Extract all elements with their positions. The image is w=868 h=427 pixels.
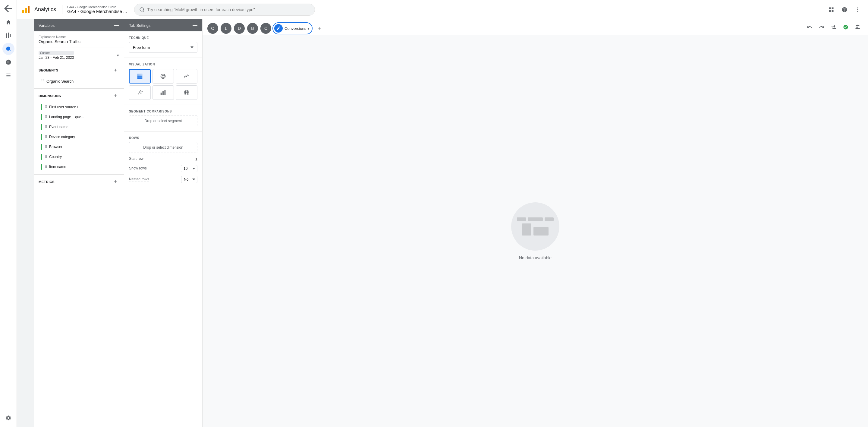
- search-box[interactable]: [134, 4, 315, 16]
- dimension-item[interactable]: ⠿Landing page + que...: [36, 112, 121, 122]
- svg-point-15: [140, 90, 141, 92]
- active-tab[interactable]: Conversions ▾: [273, 22, 313, 34]
- metrics-section: METRICS +: [34, 174, 124, 188]
- drag-handle-icon: ⠿: [44, 155, 47, 159]
- redo-button[interactable]: [816, 22, 827, 33]
- save-status-button[interactable]: [840, 22, 851, 33]
- segment-item[interactable]: ⠿Organic Search: [36, 77, 121, 85]
- rows-label: ROWS: [129, 136, 197, 140]
- no-data-text: No data available: [519, 255, 552, 260]
- svg-rect-1: [22, 10, 24, 13]
- exploration-name-label: Exploration Name:: [38, 35, 119, 39]
- help-icon-button[interactable]: [839, 4, 850, 15]
- dimension-color-bar: [41, 134, 42, 140]
- dimension-color-bar: [41, 114, 42, 120]
- visualization-label: VISUALIZATION: [129, 63, 197, 66]
- drag-handle-icon: ⠿: [44, 125, 47, 129]
- undo-button[interactable]: [804, 22, 815, 33]
- dimension-name-label: Event name: [49, 125, 68, 129]
- nav-settings[interactable]: [2, 412, 14, 424]
- tab-circle-o[interactable]: O: [207, 23, 218, 34]
- start-row-label: Start row: [129, 156, 144, 161]
- dimension-item[interactable]: ⠿Event name: [36, 122, 121, 132]
- app-name-label: Analytics: [34, 6, 56, 13]
- add-tab-button[interactable]: +: [314, 23, 324, 34]
- viz-table-button[interactable]: [129, 69, 151, 84]
- technique-select[interactable]: Free form: [129, 42, 197, 53]
- svg-rect-18: [163, 91, 164, 95]
- segment-drop-zone[interactable]: Drop or select segment: [129, 116, 197, 126]
- tab-circle-d[interactable]: D: [234, 23, 245, 34]
- more-vert-icon-button[interactable]: [852, 4, 863, 15]
- tab-settings-panel: Tab Settings — TECHNIQUE Free form VISUA…: [124, 19, 203, 427]
- nav-more[interactable]: [2, 69, 14, 82]
- svg-rect-2: [25, 8, 27, 13]
- active-tab-label: Conversions: [284, 26, 306, 31]
- more-options-button[interactable]: [852, 22, 863, 33]
- show-rows-select[interactable]: 102550100: [181, 165, 197, 172]
- svg-point-4: [140, 7, 144, 11]
- variables-panel: Variables — Exploration Name: Organic Se…: [34, 19, 124, 427]
- metrics-section-header: METRICS +: [34, 175, 124, 188]
- tab-circle-c[interactable]: C: [260, 23, 271, 34]
- rows-drop-zone[interactable]: Drop or select dimension: [129, 142, 197, 153]
- viz-geo-button[interactable]: [176, 85, 197, 100]
- segments-list: ⠿Organic Search: [34, 76, 124, 86]
- tab-circle-l[interactable]: L: [221, 23, 231, 34]
- technique-label: TECHNIQUE: [129, 36, 197, 39]
- variables-minimize-button[interactable]: —: [114, 23, 119, 28]
- dimensions-section-header: DIMENSIONS +: [34, 88, 124, 102]
- drag-handle-icon: ⠿: [44, 135, 47, 139]
- viz-scatter-button[interactable]: [129, 85, 151, 100]
- nested-rows-select[interactable]: NoYes: [181, 176, 197, 183]
- exploration-name-value[interactable]: Organic Search Traffic: [38, 39, 119, 44]
- viz-donut-button[interactable]: [153, 69, 174, 84]
- property-name-label: GA4 - Google Merchandise Store: [67, 5, 127, 9]
- viz-bar-button[interactable]: [153, 85, 174, 100]
- add-segment-button[interactable]: +: [112, 67, 119, 74]
- add-dimension-button[interactable]: +: [112, 92, 119, 99]
- tabs-bar: OLDBC Conversions ▾ +: [203, 19, 868, 35]
- nav-advertising[interactable]: [2, 56, 14, 68]
- search-input[interactable]: [147, 7, 310, 12]
- drag-handle-icon: ⠿: [44, 145, 47, 149]
- app-title: Analytics: [22, 5, 56, 14]
- add-metric-button[interactable]: +: [112, 178, 119, 185]
- nav-reports[interactable]: [2, 30, 14, 41]
- grid-icon-button[interactable]: [826, 4, 837, 15]
- back-button[interactable]: [2, 2, 14, 14]
- dimension-item[interactable]: ⠿Browser: [36, 142, 121, 152]
- dimension-color-bar: [41, 104, 42, 110]
- nav-explore[interactable]: [2, 43, 14, 55]
- dimension-name-label: Browser: [49, 145, 62, 149]
- dimension-item[interactable]: ⠿Device category: [36, 132, 121, 142]
- drag-handle-icon: ⠿: [44, 115, 47, 119]
- date-range-chevron-icon[interactable]: ▾: [117, 53, 119, 58]
- variables-panel-header: Variables —: [34, 19, 124, 31]
- show-rows-setting: Show rows 102550100: [129, 165, 197, 172]
- search-icon: [139, 7, 145, 12]
- dimension-name-label: Landing page + que...: [49, 115, 84, 119]
- active-tab-dropdown-icon[interactable]: ▾: [307, 26, 310, 31]
- property-id-label: GA4 - Google Merchandise ...: [67, 9, 127, 14]
- nav-home[interactable]: [2, 16, 14, 28]
- nested-rows-setting: Nested rows NoYes: [129, 176, 197, 183]
- svg-point-16: [141, 91, 143, 92]
- tab-circles: OLDBC: [207, 23, 273, 34]
- tab-circle-b[interactable]: B: [247, 23, 258, 34]
- viz-line-button[interactable]: [176, 69, 197, 84]
- start-row-value: 1: [195, 157, 197, 161]
- segment-comparisons-section: SEGMENT COMPARISONS Drop or select segme…: [124, 105, 202, 131]
- dimension-item[interactable]: ⠿Country: [36, 152, 121, 162]
- tab-settings-title: Tab Settings: [129, 23, 151, 28]
- tab-settings-minimize-button[interactable]: —: [193, 23, 197, 28]
- main-area: Variables — Exploration Name: Organic Se…: [34, 19, 868, 427]
- dimension-name-label: Device category: [49, 135, 75, 139]
- dimension-item[interactable]: ⠿Item name: [36, 162, 121, 172]
- dimensions-title: DIMENSIONS: [38, 94, 61, 98]
- exploration-name-section: Exploration Name: Organic Search Traffic: [34, 31, 124, 48]
- dimension-name-label: Country: [49, 155, 62, 159]
- add-user-icon-button[interactable]: [828, 22, 839, 33]
- date-range-section[interactable]: Custom Jan 23 - Feb 21, 2023 ▾: [34, 48, 124, 63]
- dimension-item[interactable]: ⠿First user source / ...: [36, 102, 121, 112]
